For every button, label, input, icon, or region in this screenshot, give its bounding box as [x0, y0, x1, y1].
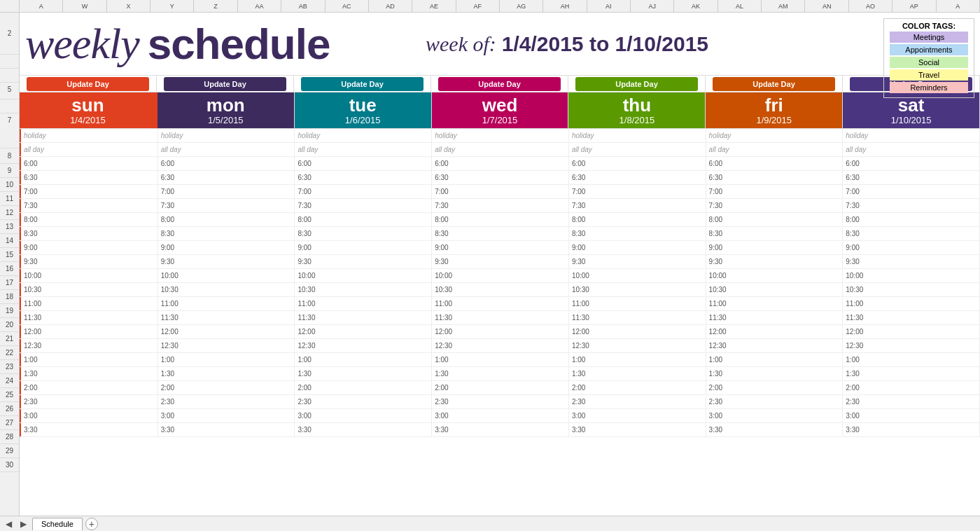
time-cell-11-5[interactable]: 10:30: [706, 283, 844, 296]
time-cell-2-1[interactable]: 6:00: [158, 157, 295, 170]
time-cell-6-3[interactable]: 8:00: [432, 213, 569, 226]
time-cell-10-3[interactable]: 10:00: [432, 269, 569, 282]
time-cell-13-1[interactable]: 11:30: [158, 311, 295, 324]
time-cell-8-1[interactable]: 9:00: [158, 241, 295, 254]
time-cell-14-4[interactable]: 12:00: [569, 325, 706, 338]
time-cell-6-5[interactable]: 8:00: [706, 213, 844, 226]
time-cell-9-0[interactable]: 9:30: [20, 255, 158, 268]
time-cell-20-5[interactable]: 3:00: [706, 409, 844, 422]
time-cell-12-5[interactable]: 11:00: [706, 297, 844, 310]
time-cell-7-6[interactable]: 8:30: [843, 227, 980, 240]
time-cell-6-6[interactable]: 8:00: [843, 213, 980, 226]
time-cell-4-5[interactable]: 7:00: [706, 185, 844, 198]
time-cell-15-0[interactable]: 12:30: [20, 339, 158, 352]
time-cell-16-3[interactable]: 1:00: [432, 353, 569, 366]
col-header-W[interactable]: W: [63, 0, 106, 12]
time-cell-7-2[interactable]: 8:30: [295, 227, 432, 240]
time-cell-7-1[interactable]: 8:30: [158, 227, 295, 240]
col-header-AD[interactable]: AD: [369, 0, 412, 12]
time-cell-19-3[interactable]: 2:30: [432, 395, 569, 408]
time-cell-1-3[interactable]: all day: [432, 143, 569, 156]
time-cell-6-4[interactable]: 8:00: [569, 213, 706, 226]
time-cell-3-3[interactable]: 6:30: [432, 171, 569, 184]
time-cell-15-4[interactable]: 12:30: [569, 339, 706, 352]
time-cell-17-0[interactable]: 1:30: [20, 367, 158, 380]
time-cell-5-5[interactable]: 7:30: [706, 199, 844, 212]
time-cell-13-2[interactable]: 11:30: [295, 311, 432, 324]
update-day-btn-fri[interactable]: Update Day: [713, 77, 836, 91]
time-cell-20-3[interactable]: 3:00: [432, 409, 569, 422]
time-cell-11-4[interactable]: 10:30: [569, 283, 706, 296]
time-cell-14-0[interactable]: 12:00: [20, 325, 158, 338]
time-cell-10-6[interactable]: 10:00: [843, 269, 980, 282]
time-cell-2-2[interactable]: 6:00: [295, 157, 432, 170]
time-cell-6-2[interactable]: 8:00: [295, 213, 432, 226]
time-cell-21-4[interactable]: 3:30: [569, 423, 706, 436]
time-cell-4-2[interactable]: 7:00: [295, 185, 432, 198]
time-cell-19-1[interactable]: 2:30: [158, 395, 295, 408]
time-cell-4-6[interactable]: 7:00: [843, 185, 980, 198]
time-cell-0-3[interactable]: holiday: [432, 129, 569, 142]
time-cell-9-6[interactable]: 9:30: [843, 255, 980, 268]
update-day-btn-thu[interactable]: Update Day: [575, 77, 699, 91]
time-cell-9-4[interactable]: 9:30: [569, 255, 706, 268]
nav-arrow-right[interactable]: ▶: [18, 519, 29, 529]
nav-arrow-left[interactable]: ◀: [3, 519, 15, 529]
time-cell-21-5[interactable]: 3:30: [706, 423, 844, 436]
time-cell-9-5[interactable]: 9:30: [706, 255, 844, 268]
time-cell-14-1[interactable]: 12:00: [158, 325, 295, 338]
time-cell-17-6[interactable]: 1:30: [843, 367, 980, 380]
time-cell-17-2[interactable]: 1:30: [295, 367, 432, 380]
time-cell-20-4[interactable]: 3:00: [569, 409, 706, 422]
time-cell-12-2[interactable]: 11:00: [295, 297, 432, 310]
time-cell-17-3[interactable]: 1:30: [432, 367, 569, 380]
col-header-Y[interactable]: Y: [150, 0, 194, 12]
time-cell-11-0[interactable]: 10:30: [20, 283, 158, 296]
time-cell-21-0[interactable]: 3:30: [20, 423, 158, 436]
update-day-btn-tue[interactable]: Update Day: [301, 77, 424, 91]
time-cell-15-1[interactable]: 12:30: [158, 339, 295, 352]
time-cell-6-1[interactable]: 8:00: [158, 213, 295, 226]
time-cell-9-3[interactable]: 9:30: [432, 255, 569, 268]
time-cell-0-1[interactable]: holiday: [158, 129, 295, 142]
time-cell-10-4[interactable]: 10:00: [569, 269, 706, 282]
col-header-AA[interactable]: AA: [238, 0, 281, 12]
time-cell-13-0[interactable]: 11:30: [20, 311, 158, 324]
time-cell-2-6[interactable]: 6:00: [843, 157, 980, 170]
col-header-A2[interactable]: A: [937, 0, 980, 12]
time-cell-1-4[interactable]: all day: [569, 143, 706, 156]
col-header-A[interactable]: A: [20, 0, 63, 12]
time-cell-1-5[interactable]: all day: [706, 143, 844, 156]
col-header-AC[interactable]: AC: [326, 0, 369, 12]
time-cell-4-0[interactable]: 7:00: [20, 185, 158, 198]
time-cell-10-5[interactable]: 10:00: [706, 269, 844, 282]
time-cell-13-4[interactable]: 11:30: [569, 311, 706, 324]
time-cell-7-4[interactable]: 8:30: [569, 227, 706, 240]
time-cell-15-6[interactable]: 12:30: [843, 339, 980, 352]
time-cell-1-6[interactable]: all day: [843, 143, 980, 156]
time-cell-20-2[interactable]: 3:00: [295, 409, 432, 422]
time-cell-6-0[interactable]: 8:00: [20, 213, 158, 226]
time-cell-19-0[interactable]: 2:30: [20, 395, 158, 408]
time-cell-4-4[interactable]: 7:00: [569, 185, 706, 198]
time-cell-16-6[interactable]: 1:00: [843, 353, 980, 366]
update-day-btn-wed[interactable]: Update Day: [438, 77, 561, 91]
time-cell-19-5[interactable]: 2:30: [706, 395, 844, 408]
time-cell-1-0[interactable]: all day: [20, 143, 158, 156]
time-cell-11-3[interactable]: 10:30: [432, 283, 569, 296]
col-header-AN[interactable]: AN: [805, 0, 848, 12]
time-cell-5-0[interactable]: 7:30: [20, 199, 158, 212]
time-cell-20-6[interactable]: 3:00: [843, 409, 980, 422]
time-cell-21-3[interactable]: 3:30: [432, 423, 569, 436]
time-cell-17-4[interactable]: 1:30: [569, 367, 706, 380]
col-header-AH[interactable]: AH: [543, 0, 587, 12]
time-cell-5-2[interactable]: 7:30: [295, 199, 432, 212]
add-sheet-btn[interactable]: +: [85, 518, 98, 530]
time-cell-12-4[interactable]: 11:00: [569, 297, 706, 310]
time-cell-9-2[interactable]: 9:30: [295, 255, 432, 268]
time-cell-0-2[interactable]: holiday: [295, 129, 432, 142]
time-cell-8-4[interactable]: 9:00: [569, 241, 706, 254]
col-header-AO[interactable]: AO: [849, 0, 892, 12]
time-cell-19-2[interactable]: 2:30: [295, 395, 432, 408]
time-cell-4-1[interactable]: 7:00: [158, 185, 295, 198]
